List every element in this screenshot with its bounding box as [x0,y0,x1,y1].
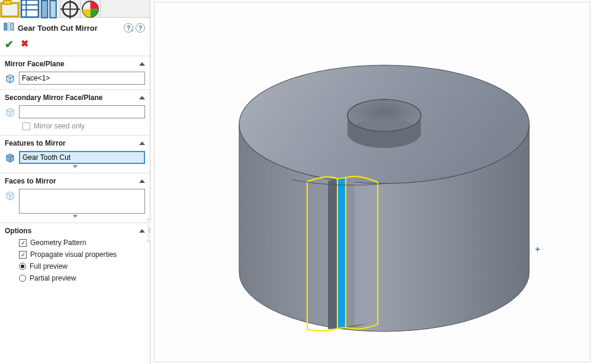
tab-property-manager[interactable] [20,0,40,18]
expand-list-icon[interactable] [73,165,78,168]
svg-marker-29 [346,178,355,327]
geometry-pattern-checkbox[interactable]: ✓ [19,239,27,247]
tab-display-manager[interactable] [81,0,101,18]
full-preview-radio[interactable] [19,263,26,270]
svg-rect-7 [50,1,56,18]
graphics-viewport[interactable]: + [150,0,592,364]
section-faces-to-mirror: Faces to Mirror [0,173,150,223]
svg-marker-27 [328,179,337,329]
propagate-visual-label: Propagate visual properties [30,250,117,259]
help-icon[interactable]: ? [136,23,145,33]
tab-configuration-manager[interactable] [40,0,60,18]
face-select-icon [5,190,15,201]
svg-rect-0 [1,3,18,17]
chevron-up-icon [139,229,145,233]
section-title: Options [5,227,31,235]
cancel-button[interactable]: ✖ [21,38,28,51]
section-toggle-faces[interactable]: Faces to Mirror [5,177,145,185]
svg-rect-6 [41,1,47,18]
face-select-icon [5,73,15,83]
tab-dimxpert-manager[interactable] [60,0,81,18]
feature-title: Gear Tooth Cut Mirror [18,24,120,33]
help-icons: ?✦ ? [124,23,145,33]
secondary-mirror-input[interactable] [19,105,145,118]
section-toggle-secondary[interactable]: Secondary Mirror Face/Plane [5,94,145,102]
chevron-up-icon [139,96,145,99]
mirror-seed-only-label: Mirror seed only [34,122,85,130]
mirror-face-input[interactable] [19,72,145,85]
section-mirror-face-plane: Mirror Face/Plane [0,56,150,90]
section-secondary-mirror: Secondary Mirror Face/Plane Mirror seed … [0,90,150,136]
tab-feature-manager[interactable] [0,0,20,18]
svg-rect-1 [4,1,11,4]
section-toggle-options[interactable]: Options [5,227,145,235]
chevron-up-icon [139,62,145,66]
section-features-to-mirror: Features to Mirror Gear Tooth Cut [0,136,150,173]
section-toggle-features[interactable]: Features to Mirror [5,139,145,147]
model-render [150,0,592,364]
svg-rect-12 [4,23,7,30]
chevron-up-icon [139,141,145,145]
partial-preview-radio[interactable] [19,275,26,282]
section-toggle-mirror-face[interactable]: Mirror Face/Plane [5,60,145,68]
expand-list-icon[interactable] [73,215,78,218]
svg-marker-28 [337,178,346,328]
propagate-visual-checkbox[interactable]: ✓ [19,251,27,259]
list-item: Gear Tooth Cut [22,153,70,162]
feature-select-icon [5,152,15,163]
confirm-row: ✔ ✖ [0,37,150,56]
chevron-up-icon [139,179,145,183]
manager-tabstrip [0,0,150,18]
section-title: Mirror Face/Plane [5,60,65,68]
mirror-feature-icon [4,21,14,34]
section-title: Faces to Mirror [5,177,56,185]
section-options: Options ✓ Geometry Pattern ✓ Propagate v… [0,223,150,287]
face-select-icon [5,107,15,117]
faces-to-mirror-list[interactable] [19,189,145,214]
full-preview-label: Full preview [30,262,67,270]
section-title: Secondary Mirror Face/Plane [5,94,102,102]
section-title: Features to Mirror [5,139,66,147]
property-manager-panel: Gear Tooth Cut Mirror ?✦ ? ✔ ✖ Mirror Fa… [0,0,150,364]
feature-header: Gear Tooth Cut Mirror ?✦ ? [0,18,150,37]
svg-rect-13 [11,23,14,30]
help-tip-icon[interactable]: ?✦ [124,23,133,33]
partial-preview-label: Partial preview [30,274,76,282]
mirror-seed-only-checkbox[interactable] [22,123,30,130]
features-to-mirror-list[interactable]: Gear Tooth Cut [19,151,145,164]
ok-button[interactable]: ✔ [5,38,14,51]
geometry-pattern-label: Geometry Pattern [30,239,86,247]
origin-marker: + [535,244,540,254]
svg-rect-2 [21,0,38,17]
